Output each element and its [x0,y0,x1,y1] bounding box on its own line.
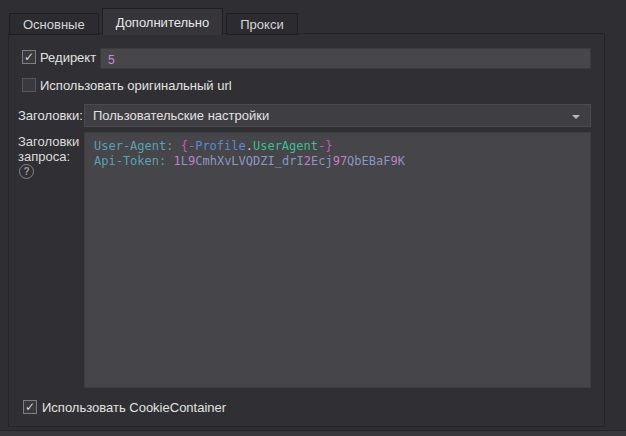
redirect-label: Редирект [40,50,96,65]
headers-mode-selected-value: Пользовательские настройки [93,108,269,123]
original-url-checkbox[interactable] [22,78,36,92]
redirect-checkbox[interactable]: ✓ [22,50,36,64]
cookie-container-label: Использовать CookieContainer [42,400,226,415]
chevron-down-icon [572,115,580,119]
headers-select-label: Заголовки: [18,108,83,123]
tab-bar: Основные Дополнительно Прокси [9,8,301,35]
request-headers-label: Заголовки запроса: [18,134,80,164]
code-line: Api-Token: 1L9CmhXvLVQDZI_drI2Ecj97QbEBa… [94,154,581,169]
code-line: User-Agent: {-Profile.UserAgent-} [94,139,581,154]
request-headers-editor[interactable]: User-Agent: {-Profile.UserAgent-}Api-Tok… [84,132,591,388]
dialog-bottom-strip [0,430,626,436]
tab-basic[interactable]: Основные [9,13,99,35]
help-question-icon[interactable]: ? [19,164,34,179]
headers-mode-dropdown[interactable]: Пользовательские настройки [84,104,591,127]
tab-proxy[interactable]: Прокси [226,13,297,35]
cookie-container-checkbox[interactable]: ✓ [23,400,37,414]
tab-advanced[interactable]: Дополнительно [102,8,224,35]
advanced-settings-dialog: { "tabs": [ {"label": "Основные", "activ… [0,0,626,436]
original-url-label: Использовать оригинальный url [40,78,232,93]
redirect-count-input[interactable]: 5 [100,48,591,69]
